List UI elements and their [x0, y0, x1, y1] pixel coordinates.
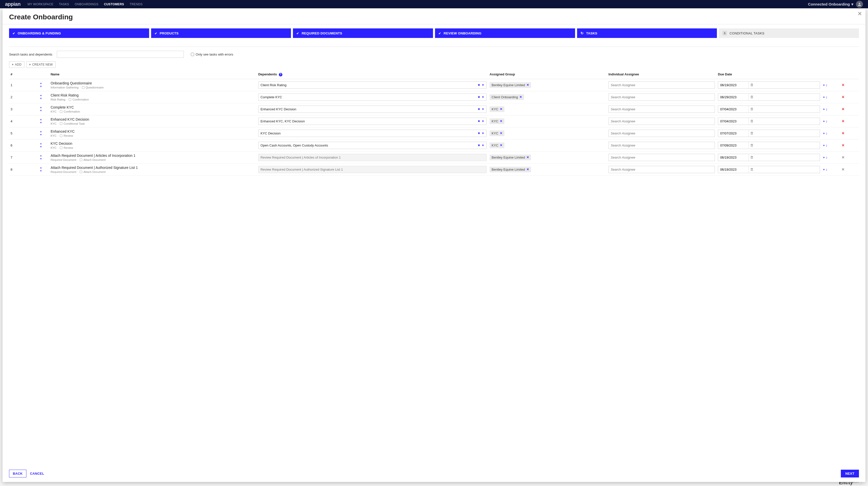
top-nav: MY WORKSPACETASKSONBOARDINGSCUSTOMERSTRE…	[27, 2, 143, 6]
app-switcher[interactable]: Connected Onboarding ▾	[808, 2, 854, 6]
logo: appian	[5, 1, 20, 7]
nav-tasks[interactable]: TASKS	[59, 2, 69, 6]
chevron-down-icon: ▾	[851, 2, 854, 6]
nav-my-workspace[interactable]: MY WORKSPACE	[27, 2, 53, 6]
topbar: appian MY WORKSPACETASKSONBOARDINGSCUSTO…	[0, 0, 868, 8]
nav-customers[interactable]: CUSTOMERS	[104, 2, 124, 6]
avatar[interactable]	[856, 1, 863, 8]
svg-point-0	[859, 3, 860, 4]
nav-trends[interactable]: TRENDS	[129, 2, 143, 6]
app-name-label: Connected Onboarding	[808, 2, 850, 6]
user-icon	[857, 2, 862, 6]
nav-onboardings[interactable]: ONBOARDINGS	[75, 2, 98, 6]
